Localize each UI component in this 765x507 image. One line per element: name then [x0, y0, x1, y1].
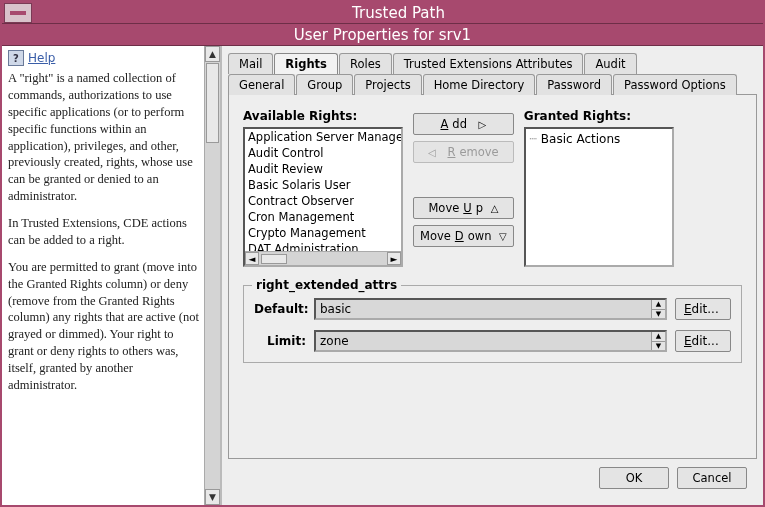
available-listbox[interactable]: Application Server Managem Audit Control… — [243, 127, 403, 267]
edit-default-button[interactable]: Edit... — [675, 298, 731, 320]
granted-label: Granted Rights: — [524, 109, 674, 123]
list-item[interactable]: Application Server Managem — [245, 129, 401, 145]
list-item[interactable]: Crypto Management — [245, 225, 401, 241]
add-button[interactable]: Add ▷ — [413, 113, 514, 135]
edit-limit-button[interactable]: Edit... — [675, 330, 731, 352]
spin-up-icon: ▲ — [652, 332, 665, 342]
default-spinner[interactable]: basic ▲▼ — [314, 298, 667, 320]
cancel-button[interactable]: Cancel — [677, 467, 747, 489]
tab-password[interactable]: Password — [536, 74, 612, 95]
granted-col: Granted Rights: Basic Actions — [524, 109, 674, 267]
main-pane: Mail Rights Roles Trusted Extensions Att… — [222, 46, 763, 505]
help-inner: ? Help A "right" is a named collection o… — [2, 46, 204, 505]
tab-trusted-ext[interactable]: Trusted Extensions Attributes — [393, 53, 584, 74]
subtitle-bar: User Properties for srv1 — [2, 24, 763, 46]
granted-item[interactable]: Basic Actions — [530, 132, 668, 146]
rights-section: Available Rights: Application Server Man… — [243, 109, 742, 267]
system-menu-button[interactable] — [4, 3, 32, 23]
spin-down-icon: ▼ — [652, 342, 665, 351]
list-item[interactable]: Audit Control — [245, 145, 401, 161]
tab-group[interactable]: Group — [296, 74, 353, 95]
limit-value: zone — [316, 332, 651, 350]
chevron-up-icon: △ — [491, 203, 499, 214]
window-title: Trusted Path — [34, 4, 763, 22]
chevron-left-icon: ◁ — [428, 147, 436, 158]
default-label: Default: — [254, 302, 306, 316]
spin-up-icon: ▲ — [652, 300, 665, 310]
available-col: Available Rights: Application Server Man… — [243, 109, 403, 267]
scroll-down-icon: ▼ — [205, 489, 220, 505]
tab-body: Available Rights: Application Server Man… — [228, 94, 757, 459]
scroll-right-icon: ► — [387, 252, 401, 265]
content-area: ? Help A "right" is a named collection o… — [2, 46, 763, 505]
window-root: Trusted Path User Properties for srv1 ? … — [0, 0, 765, 507]
tab-general[interactable]: General — [228, 74, 295, 95]
window-subtitle: User Properties for srv1 — [294, 26, 471, 44]
default-row: Default: basic ▲▼ Edit... — [254, 298, 731, 320]
available-label: Available Rights: — [243, 109, 403, 123]
tab-projects[interactable]: Projects — [354, 74, 421, 95]
chevron-down-icon: ▽ — [499, 231, 507, 242]
help-pane: ? Help A "right" is a named collection o… — [2, 46, 222, 505]
list-item[interactable]: Basic Solaris User — [245, 177, 401, 193]
scroll-left-icon: ◄ — [245, 252, 259, 265]
button-column: Add ▷ ◁ Remove Move Up △ Move Down ▽ — [413, 109, 514, 247]
list-item[interactable]: Cron Management — [245, 209, 401, 225]
help-scrollbar[interactable]: ▲ ▼ — [204, 46, 220, 505]
list-item[interactable]: DAT Administration — [245, 241, 401, 251]
help-para-1: In Trusted Extensions, CDE actions can b… — [8, 215, 200, 249]
list-item[interactable]: Contract Observer — [245, 193, 401, 209]
chevron-right-icon: ▷ — [479, 119, 487, 130]
default-value: basic — [316, 300, 651, 318]
tabs-row-2: General Group Projects Home Directory Pa… — [228, 73, 757, 94]
scroll-up-icon: ▲ — [205, 46, 220, 62]
tabs-row-1: Mail Rights Roles Trusted Extensions Att… — [228, 52, 757, 73]
help-header: ? Help — [8, 50, 200, 66]
list-hscrollbar[interactable]: ◄ ► — [245, 251, 401, 265]
limit-row: Limit: zone ▲▼ Edit... — [254, 330, 731, 352]
move-up-button[interactable]: Move Up △ — [413, 197, 514, 219]
granted-listbox[interactable]: Basic Actions — [524, 127, 674, 267]
titlebar[interactable]: Trusted Path — [2, 2, 763, 24]
help-para-2: You are permitted to grant (move into th… — [8, 259, 200, 394]
tab-roles[interactable]: Roles — [339, 53, 392, 74]
help-para-0: A "right" is a named collection of comma… — [8, 70, 200, 205]
tab-home[interactable]: Home Directory — [423, 74, 536, 95]
ext-attrs-fieldset: right_extended_attrs Default: basic ▲▼ E… — [243, 285, 742, 363]
help-title[interactable]: Help — [28, 51, 55, 65]
ext-attrs-legend: right_extended_attrs — [252, 278, 401, 292]
help-icon: ? — [8, 50, 24, 66]
spin-down-icon: ▼ — [652, 310, 665, 319]
scroll-thumb — [206, 63, 219, 143]
remove-button: ◁ Remove — [413, 141, 514, 163]
tab-password-options[interactable]: Password Options — [613, 74, 737, 95]
tab-rights[interactable]: Rights — [274, 53, 338, 74]
move-down-button[interactable]: Move Down ▽ — [413, 225, 514, 247]
dialog-footer: OK Cancel — [228, 459, 757, 499]
tab-audit[interactable]: Audit — [584, 53, 636, 74]
list-item[interactable]: Audit Review — [245, 161, 401, 177]
limit-spinner[interactable]: zone ▲▼ — [314, 330, 667, 352]
tab-mail[interactable]: Mail — [228, 53, 273, 74]
help-body: A "right" is a named collection of comma… — [8, 70, 200, 394]
limit-label: Limit: — [254, 334, 306, 348]
ok-button[interactable]: OK — [599, 467, 669, 489]
